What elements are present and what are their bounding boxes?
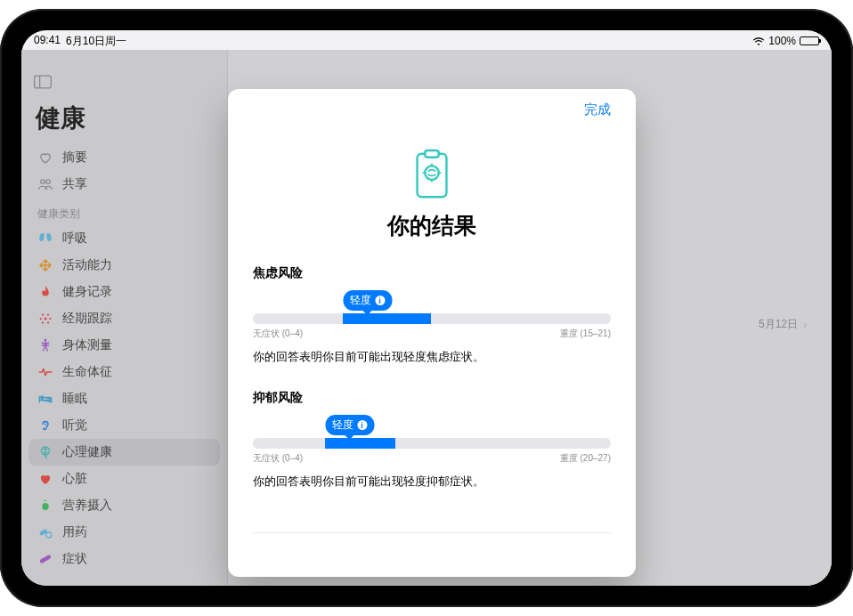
scale-segment bbox=[397, 438, 467, 449]
scale-segment bbox=[325, 438, 395, 449]
anxiety-scale-max: 重度 (15–21) bbox=[560, 328, 611, 340]
scale-segment bbox=[468, 438, 539, 449]
anxiety-heading: 焦虑风险 bbox=[253, 265, 611, 281]
done-button[interactable]: 完成 bbox=[584, 101, 611, 118]
ipad-frame: 09:41 6月10日周一 100% 健康 bbox=[0, 9, 853, 607]
depression-scale-min: 无症状 (0–4) bbox=[253, 452, 303, 465]
divider bbox=[253, 532, 611, 533]
depression-level-label: 轻度 bbox=[332, 417, 353, 433]
scale-segment bbox=[253, 438, 323, 449]
battery-pct: 100% bbox=[768, 35, 796, 47]
anxiety-description: 你的回答表明你目前可能出现轻度焦虑症状。 bbox=[253, 349, 611, 365]
status-time: 09:41 bbox=[34, 34, 61, 49]
modal-title: 你的结果 bbox=[253, 211, 611, 240]
svg-rect-18 bbox=[425, 150, 438, 158]
anxiety-risk-scale bbox=[253, 313, 611, 324]
battery-icon bbox=[800, 36, 819, 45]
depression-level-badge[interactable]: 轻度 i bbox=[325, 415, 374, 435]
depression-scale-max: 重度 (20–27) bbox=[560, 452, 611, 465]
wifi-icon bbox=[752, 36, 765, 45]
scale-segment bbox=[433, 313, 521, 324]
status-bar: 09:41 6月10日周一 100% bbox=[21, 30, 832, 50]
results-modal: 完成 你的结果 焦虑风险 轻度 i bbox=[228, 89, 636, 577]
depression-description: 你的回答表明你目前可能出现轻度抑郁症状。 bbox=[253, 474, 611, 490]
anxiety-scale-min: 无症状 (0–4) bbox=[253, 328, 303, 340]
anxiety-risk-section: 焦虑风险 轻度 i 无症状 (0–4) 重度 (15–21) 你的回答表明你目前… bbox=[253, 265, 611, 365]
svg-point-19 bbox=[425, 166, 438, 179]
scale-segment bbox=[253, 313, 341, 324]
depression-heading: 抑郁风险 bbox=[253, 390, 611, 406]
anxiety-level-label: 轻度 bbox=[350, 293, 371, 308]
screen: 09:41 6月10日周一 100% 健康 bbox=[21, 30, 832, 586]
scale-segment bbox=[540, 438, 611, 449]
info-icon: i bbox=[357, 420, 367, 430]
status-date: 6月10日周一 bbox=[66, 34, 126, 49]
info-icon: i bbox=[375, 296, 385, 305]
scale-segment bbox=[523, 313, 611, 324]
depression-risk-scale bbox=[253, 438, 611, 449]
anxiety-level-badge[interactable]: 轻度 i bbox=[343, 290, 392, 311]
clipboard-brain-icon bbox=[410, 190, 454, 205]
depression-risk-section: 抑郁风险 轻度 i 无症状 (0–4) 重度 (20–27) 你的回答表明你目前… bbox=[253, 390, 611, 490]
scale-segment bbox=[343, 313, 431, 324]
